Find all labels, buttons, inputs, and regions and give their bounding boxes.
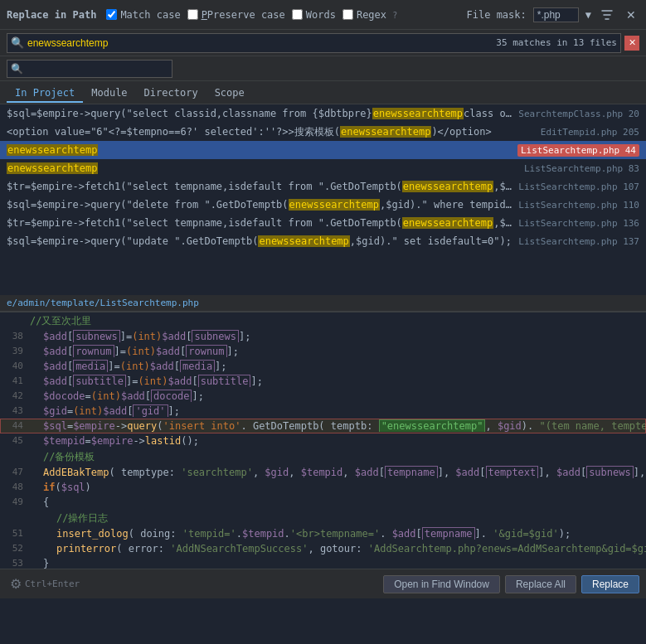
result-item[interactable]: $tr=$empire->fetch1("select tempname,isd… — [0, 214, 646, 232]
preserve-case-label: PPreserve case — [202, 9, 285, 21]
toolbar-title: Replace in Path — [7, 9, 96, 21]
result-code: $tr=$empire->fetch1("select tempname,isd… — [7, 181, 512, 192]
code-line: 49 { — [0, 495, 646, 510]
tab-scope[interactable]: Scope — [206, 85, 253, 103]
code-line: //操作日志 — [0, 510, 646, 526]
results-list[interactable]: $sql=$empire->query("select classid,clas… — [0, 104, 646, 295]
replace-input[interactable] — [27, 63, 168, 75]
toolbar: Replace in Path Match case PPreserve cas… — [0, 0, 646, 30]
result-code: enewssearchtemp — [7, 144, 511, 156]
result-file: ListSearchtemp.php 136 — [518, 218, 639, 229]
match-case-checkbox-group[interactable]: Match case — [106, 9, 180, 21]
search-icon: 🔍 — [11, 36, 24, 49]
result-item[interactable]: <option value="6"<?=$tempno==6?' selecte… — [0, 123, 646, 141]
scope-tabs: In Project Module Directory Scope — [0, 81, 646, 104]
file-mask-dropdown[interactable]: ▼ — [585, 9, 591, 21]
match-case-label: Match case — [120, 9, 180, 21]
code-line: 40 $add[media]=(int)$add[media]; — [0, 359, 646, 374]
code-area[interactable]: //又至次北里 38 $add[subnews]=(int)$add[subne… — [0, 312, 646, 569]
result-file: ListSearchtemp.php 137 — [518, 236, 639, 247]
words-label: Words — [306, 9, 336, 21]
code-line: 52 printerror( error: 'AddNSearchTempSuc… — [0, 541, 646, 556]
result-file-selected: ListSearchtemp.php 44 — [517, 144, 639, 157]
file-mask-input[interactable] — [533, 7, 579, 22]
result-item[interactable]: enewssearchtemp ListSearchtemp.php 83 — [0, 159, 646, 177]
file-header: e/admin/template/ListSearchtemp.php — [0, 295, 646, 312]
code-line: 47 AddEBakTemp( temptype: 'searchtemp', … — [0, 465, 646, 480]
regex-checkbox-group[interactable]: Regex ? — [342, 9, 397, 21]
settings-button[interactable]: ⚙ — [7, 574, 25, 593]
code-line: 38 $add[subnews]=(int)$add[subnews]; — [0, 329, 646, 344]
search-row: 🔍 35 matches in 13 files ✕ — [0, 30, 646, 56]
bottom-bar: ⚙ Ctrl+Enter Open in Find Window Replace… — [0, 569, 646, 598]
words-checkbox-group[interactable]: Words — [292, 9, 336, 21]
file-mask-label: File mask: — [467, 9, 527, 21]
result-code: <option value="6"<?=$tempno==6?' selecte… — [7, 125, 534, 139]
result-file: ListSearchtemp.php 83 — [524, 163, 639, 174]
result-item[interactable]: $sql=$empire->query("select classid,clas… — [0, 104, 646, 123]
words-checkbox[interactable] — [292, 9, 303, 20]
shortcut-hint: Ctrl+Enter — [25, 579, 80, 589]
code-line-active: 44 $sql=$empire->query('insert into'. Ge… — [0, 419, 646, 433]
replace-all-button[interactable]: Replace All — [505, 575, 576, 593]
search-input[interactable] — [27, 37, 489, 49]
result-code: $tr=$empire->fetch1("select tempname,isd… — [7, 217, 512, 229]
code-line: 39 $add[rownum]=(int)$add[rownum]; — [0, 344, 646, 359]
close-toolbar-button[interactable]: ✕ — [623, 7, 639, 23]
result-item[interactable]: $tr=$empire->fetch1("select tempname,isd… — [0, 177, 646, 196]
replace-input-wrap: 🔍 — [7, 60, 172, 78]
replace-button[interactable]: Replace — [581, 575, 639, 593]
result-item-selected[interactable]: enewssearchtemp ListSearchtemp.php 44 — [0, 141, 646, 159]
tab-module[interactable]: Module — [83, 85, 135, 103]
action-buttons: Open in Find Window Replace All Replace — [383, 575, 639, 593]
matches-badge: 35 matches in 13 files — [496, 37, 617, 48]
code-line: 51 insert_dolog( doing: 'tempid='.$tempi… — [0, 526, 646, 541]
open-in-find-button[interactable]: Open in Find Window — [383, 575, 500, 593]
replace-row: 🔍 — [0, 56, 646, 81]
result-code: $sql=$empire->query("select classid,clas… — [7, 108, 512, 119]
preserve-case-checkbox-group[interactable]: PPreserve case — [187, 9, 285, 21]
replace-icon: 🔍 — [11, 63, 23, 75]
tab-in-project[interactable]: In Project — [7, 85, 83, 103]
code-line: //备份模板 — [0, 448, 646, 465]
result-file: ListSearchtemp.php 110 — [518, 200, 639, 211]
match-case-checkbox[interactable] — [106, 9, 117, 20]
code-line: //又至次北里 — [0, 312, 646, 329]
search-input-wrap: 🔍 35 matches in 13 files — [7, 33, 621, 53]
code-line: 43 $gid=(int)$add['gid']; — [0, 404, 646, 419]
result-code: enewssearchtemp — [7, 162, 517, 174]
code-line: 48 if($sql) — [0, 480, 646, 495]
regex-label: Regex ? — [357, 9, 397, 21]
code-line: 41 $add[subtitle]=(int)$add[subtitle]; — [0, 374, 646, 389]
result-item[interactable]: $sql=$empire->query("update ".GetDoTempt… — [0, 232, 646, 250]
code-line: 42 $docode=(int)$add[docode]; — [0, 389, 646, 404]
tab-directory[interactable]: Directory — [136, 85, 206, 103]
result-file: EditTempid.php 205 — [541, 127, 639, 138]
result-code: $sql=$empire->query("update ".GetDoTempt… — [7, 235, 512, 247]
clear-search-button[interactable]: ✕ — [624, 36, 639, 51]
filter-button[interactable] — [598, 7, 616, 22]
code-line: 53 } — [0, 556, 646, 569]
code-line: 45 $tempid=$empire->lastid(); — [0, 433, 646, 448]
result-item[interactable]: $sql=$empire->query("delete from ".GetDo… — [0, 196, 646, 214]
regex-checkbox[interactable] — [342, 9, 353, 20]
preserve-case-checkbox[interactable] — [187, 9, 198, 20]
result-code: $sql=$empire->query("delete from ".GetDo… — [7, 199, 512, 211]
result-file: ListSearchtemp.php 107 — [518, 182, 639, 192]
result-file: SearchtempClass.php 20 — [518, 109, 639, 119]
